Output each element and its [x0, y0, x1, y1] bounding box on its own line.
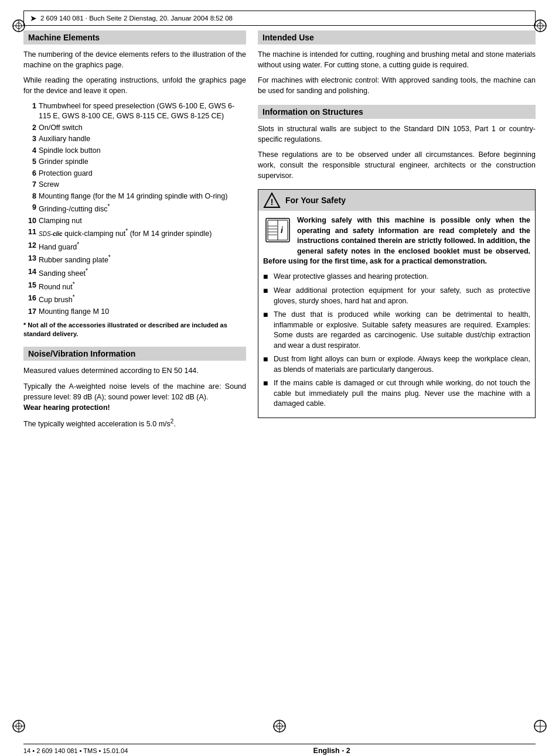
book-icon: i [263, 215, 292, 245]
page: ➤ 2 609 140 081 · Buch Seite 2 Dienstag,… [0, 11, 559, 756]
bullet-symbol: ■ [263, 354, 271, 375]
machine-elements-title: Machine Elements [23, 30, 246, 45]
doc-header-text: 2 609 140 081 · Buch Seite 2 Dienstag, 2… [40, 15, 233, 22]
noise-para2: Typically the A-weighted noise levels of… [23, 381, 246, 413]
bullet-item: ■ Dust from light alloys can burn or exp… [263, 354, 530, 375]
intended-use-title: Intended Use [258, 30, 536, 45]
list-item: 2 On/Off switch [23, 123, 246, 134]
left-column: Machine Elements The numbering of the de… [23, 30, 246, 434]
machine-elements-intro1: The numbering of the device elements ref… [23, 49, 246, 70]
intended-use-para1: The machine is intended for cutting, rou… [258, 49, 536, 70]
list-item: 5 Grinder spindle [23, 157, 246, 167]
noise-para3: The typically weighted acceleration is 5… [23, 418, 246, 429]
bullet-symbol: ■ [263, 271, 271, 283]
list-item: 12 Hand guard* [23, 241, 246, 253]
bullet-item: ■ Wear protective glasses and hearing pr… [263, 272, 530, 283]
reg-mark-tl [11, 18, 27, 36]
info-structures-section: Information on Structures Slots in struc… [258, 105, 536, 182]
bullet-symbol: ■ [263, 285, 271, 306]
noise-para1: Measured values determined according to … [23, 365, 246, 376]
bullet-item: ■ If the mains cable is damaged or cut t… [263, 378, 530, 409]
right-column: Intended Use The machine is intended for… [258, 30, 536, 434]
list-item: 15 Round nut* [23, 280, 246, 293]
bullet-text: Dust from light alloys can burn or explo… [274, 354, 530, 375]
footer-left: 14 • 2 609 140 081 • TMS • 15.01.04 [23, 747, 128, 754]
reg-mark-br [532, 718, 548, 736]
safety-title: For Your Safety [285, 196, 346, 205]
info-structures-title: Information on Structures [258, 105, 536, 119]
bullet-text: If the mains cable is damaged or cut thr… [274, 378, 530, 409]
list-item: 13 Rubber sanding plate* [23, 254, 246, 266]
page-footer: 14 • 2 609 140 081 • TMS • 15.01.04 Engl… [23, 744, 536, 755]
intended-use-para2: For machines with electronic control: Wi… [258, 75, 536, 96]
list-item: 1 Thumbwheel for speed preselection (GWS… [23, 101, 246, 122]
wear-hearing: Wear hearing protection! [23, 403, 110, 412]
machine-elements-intro2: While reading the operating instructions… [23, 75, 246, 96]
list-item: 17 Mounting flange M 10 [23, 307, 246, 317]
list-item: 8 Mounting flange (for the M 14 grinding… [23, 191, 246, 202]
reg-mark-bl [11, 718, 27, 736]
arrow-symbol: ➤ [30, 13, 37, 23]
list-item: 11 SDS-clic quick-clamping nut* (for M 1… [23, 227, 246, 240]
intended-use-section: Intended Use The machine is intended for… [258, 30, 536, 97]
machine-elements-section: Machine Elements The numbering of the de… [23, 30, 246, 338]
svg-text:i: i [281, 225, 284, 235]
list-item: 10 Clamping nut [23, 216, 246, 227]
list-item-protection-guard: 6 Protection guard [23, 169, 246, 179]
safety-bullet-list: ■ Wear protective glasses and hearing pr… [263, 272, 530, 409]
noise-section: Noise/Vibration Information Measured val… [23, 347, 246, 429]
list-item: 16 Cup brush* [23, 293, 246, 306]
safety-body: i Working safely with this machine is po… [258, 211, 535, 418]
list-item: 14 Sanding sheet* [23, 267, 246, 279]
bullet-symbol: ■ [263, 378, 271, 409]
list-item: 3 Auxiliary handle [23, 134, 246, 145]
noise-title: Noise/Vibration Information [23, 347, 246, 361]
info-structures-para1: Slots in structural walls are subject to… [258, 124, 536, 145]
safety-body-text: Working safely with this machine is poss… [263, 215, 530, 267]
bullet-text: Wear protective glasses and hearing prot… [274, 272, 429, 283]
safety-header: ! For Your Safety [258, 190, 535, 211]
footnote: * Not all of the accessories illustrated… [23, 321, 246, 339]
bullet-item: ■ The dust that is produced while workin… [263, 310, 530, 351]
list-item: 7 Screw [23, 180, 246, 190]
main-content: Machine Elements The numbering of the de… [23, 30, 536, 434]
safety-section: ! For Your Safety i [258, 189, 536, 418]
footer-center: English - 2 [313, 747, 350, 755]
machine-elements-list: 1 Thumbwheel for speed preselection (GWS… [23, 101, 246, 317]
info-structures-para2: These regulations are to be observed und… [258, 149, 536, 181]
list-item: 9 Grinding-/cutting disc* [23, 203, 246, 215]
list-item: 4 Spindle lock button [23, 146, 246, 156]
svg-text:!: ! [271, 197, 274, 207]
bullet-item: ■ Wear additional protection equipment f… [263, 286, 530, 306]
reg-mark-tr [532, 18, 548, 36]
reg-mark-bc [271, 718, 288, 736]
bullet-text: The dust that is produced while working … [274, 310, 530, 351]
warning-triangle-icon: ! [263, 192, 281, 208]
doc-header: ➤ 2 609 140 081 · Buch Seite 2 Dienstag,… [23, 11, 536, 26]
bullet-symbol: ■ [263, 309, 271, 351]
bullet-text: Wear additional protection equipment for… [274, 286, 530, 306]
